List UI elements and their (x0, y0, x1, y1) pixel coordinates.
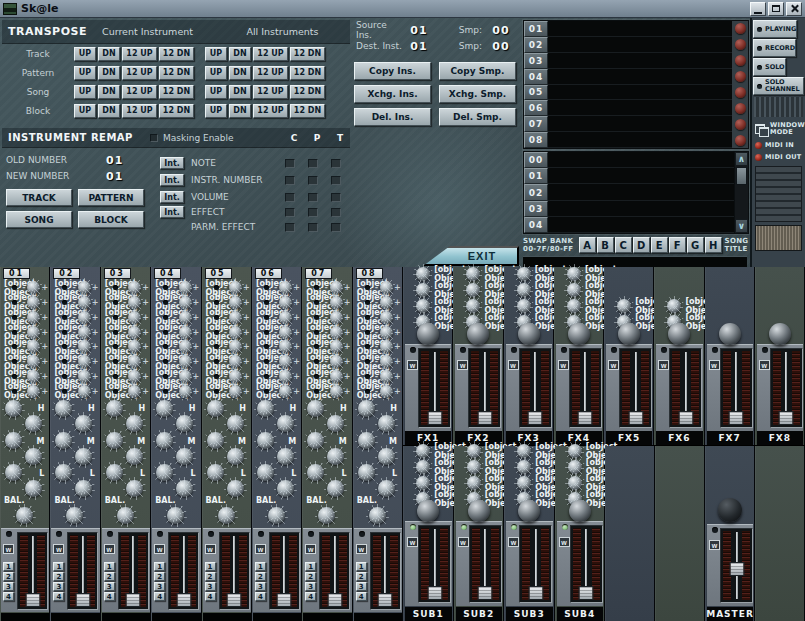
send-knob[interactable] (128, 296, 141, 309)
12dn-button[interactable]: 12 DN (159, 47, 194, 61)
mode-button[interactable]: SOLO (753, 58, 786, 76)
mode-button[interactable]: RECORD (753, 39, 796, 57)
sub-send-knob[interactable] (467, 444, 481, 458)
instrument-led-button[interactable] (735, 71, 746, 82)
group-button[interactable]: 2 (104, 572, 115, 581)
channel-number-tag[interactable]: 01 (3, 268, 30, 279)
send-knob[interactable] (179, 385, 192, 398)
up-button[interactable]: UP (205, 66, 227, 80)
eq-knob[interactable] (327, 448, 344, 465)
int-note-button[interactable]: Int. (160, 157, 184, 169)
eq-knob[interactable] (378, 480, 395, 497)
bank-button[interactable]: E (651, 237, 668, 253)
instrument-led-button[interactable] (735, 23, 746, 34)
mode-button[interactable]: PLAYING (753, 20, 797, 38)
sub-send-knob[interactable] (517, 460, 531, 474)
fx-send-knob[interactable] (567, 299, 581, 313)
eq-knob[interactable] (227, 448, 244, 465)
eq-knob[interactable] (126, 480, 143, 497)
group-button[interactable]: 3 (255, 582, 266, 591)
sample-number-tag[interactable]: 04 (524, 217, 548, 233)
fader-handle[interactable] (528, 411, 543, 425)
masking-enable-checkbox[interactable] (150, 134, 158, 142)
sample-number-tag[interactable]: 01 (524, 168, 548, 184)
group-button[interactable]: 3 (205, 582, 216, 591)
eq-knob[interactable] (176, 448, 193, 465)
fader-handle[interactable] (427, 411, 442, 425)
send-knob[interactable] (78, 296, 91, 309)
instrument-row[interactable]: 02 (524, 37, 748, 53)
group-button[interactable]: 2 (205, 572, 216, 581)
track-button[interactable]: TRACK (6, 189, 72, 206)
instrument-led-button[interactable] (735, 55, 746, 66)
fader-handle[interactable] (477, 411, 492, 425)
bank-button[interactable]: A (579, 237, 596, 253)
instrument-number-tag[interactable]: 06 (524, 100, 548, 116)
eq-knob[interactable] (327, 415, 344, 432)
write-button[interactable]: w (559, 537, 570, 547)
checkbox-t[interactable] (331, 223, 341, 232)
sample-name-field[interactable] (548, 201, 734, 217)
midi-in-indicator[interactable]: MIDI IN (753, 139, 804, 151)
eq-knob[interactable] (307, 464, 324, 481)
eq-knob[interactable] (55, 464, 72, 481)
mode-button[interactable]: SOLO CHANNEL (753, 77, 804, 95)
send-knob[interactable] (229, 385, 242, 398)
int-volume-button[interactable]: Int. (160, 191, 184, 203)
balance-knob[interactable] (268, 507, 285, 524)
instrument-row[interactable]: 03 (524, 53, 748, 69)
sub-pan-ball[interactable] (468, 500, 490, 522)
write-button[interactable]: w (508, 537, 519, 547)
group-button[interactable]: 3 (3, 582, 14, 591)
bank-button[interactable]: B (597, 237, 614, 253)
eq-knob[interactable] (227, 415, 244, 432)
group-button[interactable]: 4 (3, 592, 14, 601)
send-knob[interactable] (380, 385, 393, 398)
up-button[interactable]: UP (205, 104, 227, 118)
fx-pan-ball[interactable] (668, 323, 690, 345)
sub-pan-ball[interactable] (417, 500, 439, 522)
12up-button[interactable]: 12 UP (253, 85, 288, 99)
eq-knob[interactable] (207, 464, 224, 481)
copy-action-button[interactable]: Xchg. Ins. (354, 85, 431, 103)
eq-knob[interactable] (156, 464, 173, 481)
block-button[interactable]: BLOCK (78, 211, 144, 228)
scroll-track[interactable] (735, 166, 748, 219)
fx-send-knob[interactable] (416, 299, 430, 313)
group-button[interactable]: 1 (3, 562, 14, 571)
copy-action-button[interactable]: Copy Smp. (439, 62, 516, 80)
instrument-row[interactable]: 04 (524, 69, 748, 85)
group-button[interactable]: 3 (154, 582, 165, 591)
group-button[interactable]: 1 (53, 562, 64, 571)
instrument-name-field[interactable] (548, 37, 732, 53)
group-button[interactable]: 4 (305, 592, 316, 601)
eq-knob[interactable] (176, 415, 193, 432)
write-button[interactable]: w (356, 544, 367, 554)
12up-button[interactable]: 12 UP (122, 47, 157, 61)
write-button[interactable]: w (608, 360, 619, 370)
copy-action-button[interactable]: Del. Ins. (354, 108, 431, 126)
sample-number-tag[interactable]: 02 (524, 184, 548, 200)
send-knob[interactable] (330, 296, 343, 309)
send-knob[interactable] (330, 311, 343, 324)
fx-pan-ball[interactable] (568, 323, 590, 345)
eq-knob[interactable] (25, 480, 42, 497)
send-knob[interactable] (128, 385, 141, 398)
eq-knob[interactable] (126, 415, 143, 432)
write-button[interactable]: w (458, 537, 469, 547)
group-button[interactable]: 2 (255, 572, 266, 581)
sample-number-tag[interactable]: 03 (524, 201, 548, 217)
instrument-row[interactable]: 06 (524, 100, 748, 116)
group-button[interactable]: 2 (3, 572, 14, 581)
checkbox-p[interactable] (308, 193, 318, 202)
send-knob[interactable] (128, 311, 141, 324)
instrument-number-tag[interactable]: 02 (524, 37, 548, 53)
12dn-button[interactable]: 12 DN (290, 47, 325, 61)
sample-number-tag[interactable]: 00 (524, 152, 548, 168)
send-knob[interactable] (27, 385, 40, 398)
fader-handle[interactable] (378, 593, 393, 607)
group-button[interactable]: 4 (104, 592, 115, 601)
sub-pan-ball[interactable] (518, 500, 540, 522)
copy-action-button[interactable]: Xchg. Smp. (439, 85, 516, 103)
group-button[interactable]: 3 (356, 582, 367, 591)
